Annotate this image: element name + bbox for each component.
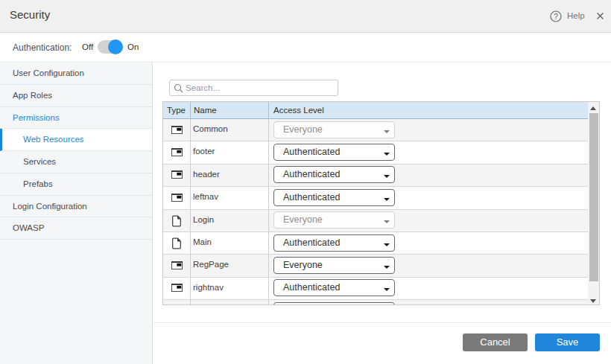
svg-text:?: ? — [554, 13, 558, 21]
